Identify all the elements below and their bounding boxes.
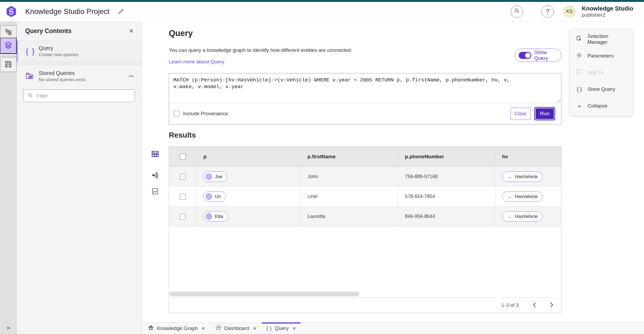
- close-tab-icon[interactable]: ✕: [253, 326, 256, 331]
- user-avatar[interactable]: KS: [563, 5, 576, 18]
- expand-rail-button[interactable]: »: [0, 324, 17, 331]
- stored-queries-label: Stored Queries: [39, 70, 85, 76]
- menu-label: Parameters: [587, 53, 614, 59]
- tab-label: Query: [275, 325, 289, 331]
- menu-item-collapse[interactable]: » Collapse: [570, 98, 632, 114]
- panel-item-query[interactable]: { } Query Create new queries: [17, 41, 142, 62]
- double-chevron-right-icon: »: [576, 103, 583, 109]
- resize-handle[interactable]: [557, 99, 561, 103]
- header-actions: ? KS Knowledge Studio publisher2: [511, 2, 644, 21]
- toggle-switch-on[interactable]: [519, 52, 531, 59]
- column-header-phonenumber[interactable]: p.phoneNumber: [405, 154, 444, 160]
- menu-label: Collapse: [588, 103, 608, 109]
- close-tab-icon[interactable]: ✕: [202, 326, 205, 331]
- chevron-up-icon: [129, 74, 134, 78]
- include-provenance-label: Include Provenance: [183, 111, 228, 117]
- header-divider: [530, 2, 531, 21]
- show-query-toggle[interactable]: Show Query: [515, 49, 561, 62]
- edge-label: HasVehicle: [515, 174, 538, 179]
- row-checkbox[interactable]: [180, 174, 186, 180]
- collapse-stored-queries-button[interactable]: [129, 74, 134, 78]
- include-provenance-checkbox[interactable]: [174, 111, 180, 117]
- close-panel-button[interactable]: ✕: [129, 28, 134, 34]
- query-description: You can query a knowledge graph to ident…: [169, 47, 352, 53]
- query-item-description: Create new queries: [39, 52, 78, 58]
- bottom-tab-bar: Knowledge Graph ✕ Dashboard ✕ { } Query …: [142, 322, 644, 334]
- close-tab-icon[interactable]: ✕: [292, 326, 296, 331]
- search-icon: [514, 8, 520, 15]
- help-button[interactable]: ?: [541, 5, 554, 18]
- cell-firstname: Uriel: [308, 194, 317, 199]
- query-item-label: Query: [39, 45, 78, 51]
- cell-firstname: Lauretta: [308, 214, 325, 219]
- network-icon: [151, 171, 159, 180]
- braces-icon: { }: [26, 47, 39, 56]
- table-view-button-active[interactable]: [148, 145, 162, 164]
- global-search-button[interactable]: [511, 5, 523, 18]
- panel-section-gap: [17, 62, 142, 65]
- double-chevron-right-icon: »: [7, 324, 10, 331]
- node-dot-icon: [206, 213, 212, 220]
- table-empty-area: [169, 227, 561, 297]
- menu-label: Selection Manager: [587, 33, 628, 45]
- query-textarea[interactable]: MATCH (p:Person)-[hv:HasVehicle]->(v:Veh…: [169, 73, 561, 103]
- results-table: p p.firstName p.phoneNumber hv Joe John …: [169, 146, 561, 313]
- next-page-button[interactable]: [550, 302, 554, 308]
- chart-view-button[interactable]: [148, 186, 162, 197]
- learn-more-link[interactable]: Learn more about Query: [169, 59, 224, 65]
- knowledge-graph-icon: [148, 325, 154, 332]
- menu-item-add-to: Add To: [570, 64, 632, 81]
- stored-queries-filter: [23, 89, 135, 102]
- filter-input[interactable]: [36, 93, 131, 99]
- cell-phonenumber: 759-889-57168: [405, 174, 438, 179]
- menu-item-selection-manager[interactable]: Selection Manager: [570, 31, 632, 48]
- hierarchy-icon: [4, 28, 12, 37]
- pagination-range: 1-3 of 3: [502, 302, 519, 308]
- column-header-p[interactable]: p: [203, 154, 207, 160]
- chevron-right-icon: [550, 302, 554, 308]
- row-checkbox[interactable]: [180, 214, 186, 220]
- clear-button[interactable]: Clear: [511, 108, 530, 120]
- graph-view-button[interactable]: [148, 170, 162, 181]
- node-dot-icon: [206, 193, 212, 200]
- menu-item-parameters[interactable]: Parameters: [570, 48, 632, 64]
- arrow-right-icon: →: [507, 194, 512, 200]
- query-editor: MATCH (p:Person)-[hv:HasVehicle]->(v:Veh…: [169, 73, 561, 124]
- chevron-left-icon: [533, 302, 536, 308]
- user-info: Knowledge Studio publisher2: [582, 5, 633, 18]
- node-dot-icon: [206, 174, 212, 180]
- node-pill[interactable]: Etta: [203, 211, 228, 222]
- cell-phonenumber: 846-956-8644: [405, 214, 435, 219]
- edge-pill[interactable]: → HasVehicle: [502, 191, 543, 202]
- edge-pill[interactable]: → HasVehicle: [502, 171, 543, 182]
- run-button[interactable]: Run: [535, 108, 554, 120]
- menu-item-store-query[interactable]: { } Store Query: [570, 81, 632, 98]
- table-row: Joe John 759-889-57168 → HasVehicle: [169, 167, 561, 187]
- cell-phonenumber: 578-654-7854: [405, 194, 435, 199]
- save-button[interactable]: [0, 57, 17, 72]
- cell-firstname: John: [308, 174, 318, 179]
- column-header-firstname[interactable]: p.firstName: [308, 154, 336, 160]
- edge-label: HasVehicle: [515, 214, 538, 219]
- select-all-checkbox[interactable]: [180, 154, 186, 160]
- braces-icon: { }: [266, 326, 272, 331]
- tab-label: Knowledge Graph: [157, 325, 198, 331]
- table-header-row: p p.firstName p.phoneNumber hv: [169, 147, 561, 167]
- tab-label: Dashboard: [224, 325, 249, 331]
- layers-button-active[interactable]: [0, 38, 17, 54]
- tab-knowledge-graph[interactable]: Knowledge Graph ✕: [144, 323, 209, 334]
- edge-pill[interactable]: → HasVehicle: [502, 211, 543, 222]
- tab-query-active[interactable]: { } Query ✕: [262, 323, 300, 334]
- node-pill[interactable]: Joe: [203, 171, 227, 182]
- save-floppy-icon: [4, 60, 12, 69]
- column-header-hv[interactable]: hv: [502, 154, 508, 160]
- query-editor-footer: Include Provenance Clear Run: [169, 103, 561, 124]
- previous-page-button[interactable]: [533, 302, 536, 308]
- edit-title-button[interactable]: [118, 8, 125, 16]
- node-pill[interactable]: Uri: [203, 191, 226, 202]
- horizontal-scrollbar[interactable]: [170, 292, 359, 296]
- panel-item-stored-queries[interactable]: Stored Queries No stored queries exist: [17, 65, 142, 87]
- row-checkbox[interactable]: [180, 194, 186, 200]
- tab-dashboard[interactable]: Dashboard ✕: [211, 323, 261, 334]
- app-header: Knowledge Studio Project ? KS Knowledge …: [0, 2, 644, 21]
